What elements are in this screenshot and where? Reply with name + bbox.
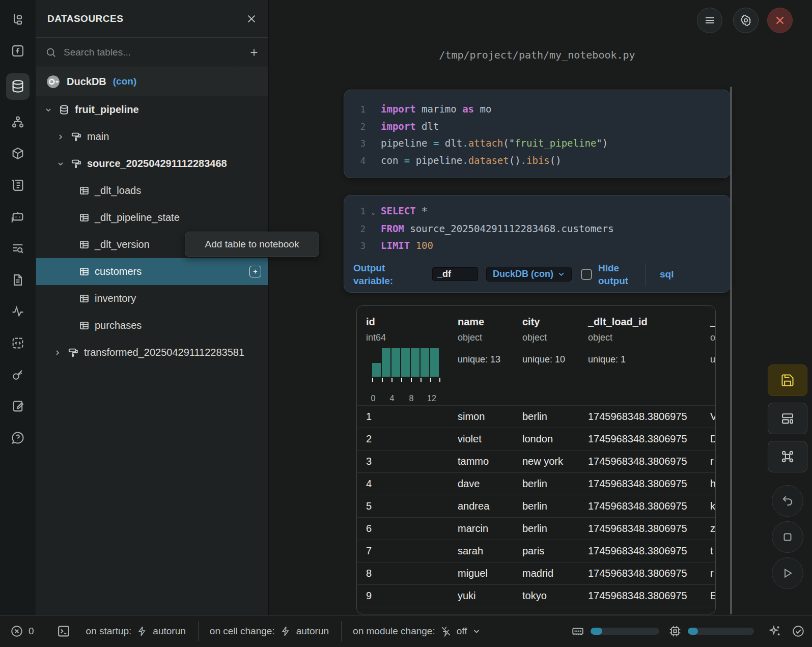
tree-item-table-customers[interactable]: customers	[36, 258, 268, 285]
shutdown-button[interactable]	[767, 8, 793, 33]
notebook-scrollbar[interactable]	[730, 87, 732, 614]
on-cell-change-setting[interactable]: on cell change: autorun	[210, 626, 329, 637]
engine-select[interactable]: DuckDB (con)	[486, 267, 572, 282]
close-panel-icon[interactable]	[246, 13, 257, 24]
list-search-icon[interactable]	[6, 239, 30, 258]
code-line[interactable]: import marimo as mo	[381, 101, 491, 118]
code-line[interactable]: FROM source_202504291112283468.customers	[381, 220, 614, 237]
chevron-down-icon	[472, 627, 481, 635]
settings-button[interactable]	[733, 8, 759, 33]
terminal-button[interactable]	[57, 624, 71, 638]
line-number: 2	[352, 119, 366, 135]
tree-item-label: customers	[95, 266, 142, 277]
schema-icon	[71, 131, 82, 143]
chat-bot-icon[interactable]	[6, 208, 30, 226]
code-cell-imports[interactable]: 1import marimo as mo 2import dlt 3pipeli…	[344, 90, 731, 178]
help-icon[interactable]	[6, 429, 30, 447]
on-startup-label: on startup:	[86, 626, 132, 637]
tree-item-schema-main[interactable]: main	[36, 123, 268, 150]
table-row[interactable]	[357, 607, 715, 614]
divider	[341, 621, 342, 641]
connection-row[interactable]: DuckDB (con)	[36, 67, 268, 96]
code-line[interactable]: import dlt	[381, 118, 439, 135]
table-row[interactable]: 6marcinberlin1745968348.3806975z	[357, 517, 715, 540]
lightning-icon	[136, 626, 148, 637]
memory-usage-bar	[591, 628, 659, 635]
dependencies-icon[interactable]	[6, 113, 30, 131]
menu-button[interactable]	[697, 8, 722, 33]
search-icon	[45, 47, 57, 58]
on-startup-value: autorun	[153, 626, 185, 637]
chevron-right-icon	[57, 133, 66, 141]
tree-item-label: purchases	[95, 320, 142, 331]
table-icon	[79, 320, 90, 331]
table-icon	[79, 212, 90, 223]
schema-icon	[71, 158, 82, 170]
function-icon[interactable]	[6, 42, 30, 60]
column-header-city[interactable]: city object unique: 10	[513, 316, 579, 405]
schema-icon	[68, 347, 79, 358]
layout-icon	[780, 411, 795, 426]
output-variable-input[interactable]	[432, 267, 478, 281]
tree-item-database[interactable]: fruit_pipeline	[36, 96, 268, 123]
tree-item-table-dlt-loads[interactable]: _dlt_loads	[36, 177, 268, 204]
column-header-name[interactable]: name object unique: 13	[449, 316, 513, 405]
add-datasource-button[interactable]	[239, 38, 268, 67]
tree-item-table-purchases[interactable]: purchases	[36, 312, 268, 339]
save-button[interactable]	[768, 364, 807, 396]
ai-sparkles-icon[interactable]	[768, 625, 781, 638]
column-header-dlt-load-id[interactable]: _dlt_load_id object unique: 1	[579, 316, 701, 405]
search-row	[36, 38, 268, 67]
column-header-dlt-id[interactable]: _dlt_id object unique: 13	[701, 316, 715, 405]
code-line[interactable]: pipeline = dlt.attach("fruit_pipeline")	[381, 135, 608, 152]
hide-output-checkbox[interactable]	[581, 269, 592, 280]
tree-item-schema-source[interactable]: source_202504291112283468	[36, 150, 268, 177]
fold-chevron-icon[interactable]: ⌄	[366, 204, 381, 220]
tree-item-table-inventory[interactable]: inventory	[36, 285, 268, 312]
table-row[interactable]: 5andreaberlin1745968348.3806975k	[357, 495, 715, 517]
column-header-id[interactable]: id int64 0	[357, 316, 449, 405]
datasources-icon[interactable]	[6, 73, 30, 100]
search-box[interactable]	[36, 38, 239, 67]
documentation-icon[interactable]	[6, 271, 30, 289]
code-line[interactable]: SELECT *	[381, 203, 428, 219]
secrets-key-icon[interactable]	[6, 365, 30, 384]
code-line[interactable]: con = pipeline.dataset().ibis()	[381, 152, 562, 169]
scratchpad-icon[interactable]	[6, 397, 30, 415]
table-row[interactable]: 4daveberlin1745968348.3806975h	[357, 472, 715, 495]
snippets-icon[interactable]	[6, 334, 30, 352]
command-palette-button[interactable]	[768, 441, 807, 472]
scroll-logs-icon[interactable]	[6, 176, 30, 194]
table-row[interactable]: 7sarahparis1745968348.3806975t	[357, 540, 715, 562]
stop-button[interactable]	[772, 521, 803, 553]
table-row[interactable]: 9yukitokyo1745968348.3806975E	[357, 584, 715, 607]
run-button[interactable]	[772, 557, 803, 589]
database-icon	[59, 104, 70, 116]
table-row[interactable]: 8miguelmadrid1745968348.3806975r	[357, 562, 715, 584]
undo-icon	[781, 494, 794, 508]
tree-item-label: main	[87, 131, 109, 143]
tree-item-schema-transformed[interactable]: transformed_202504291112283581	[36, 339, 268, 366]
command-icon	[780, 449, 795, 464]
sql-cell[interactable]: 1⌄SELECT * 2FROM source_2025042911122834…	[344, 195, 731, 293]
connection-status-icon[interactable]	[792, 625, 805, 638]
packages-icon[interactable]	[6, 145, 30, 163]
line-number: 1	[352, 101, 366, 118]
search-input[interactable]	[64, 47, 230, 58]
activity-tracer-icon[interactable]	[6, 302, 30, 321]
tree-item-label: _dlt_version	[95, 239, 150, 250]
file-tree-icon[interactable]	[6, 10, 30, 29]
layout-toggle-button[interactable]	[768, 403, 807, 434]
tree-item-label: transformed_202504291112283581	[84, 347, 244, 358]
error-indicator[interactable]: 0	[10, 625, 34, 638]
undo-button[interactable]	[772, 485, 803, 517]
table-row[interactable]: 1simonberlin1745968348.3806975V	[357, 405, 715, 428]
code-line[interactable]: LIMIT 100	[381, 237, 433, 254]
on-startup-setting[interactable]: on startup: autorun	[86, 626, 186, 637]
add-table-to-notebook-button[interactable]	[249, 266, 261, 277]
on-module-change-setting[interactable]: on module change: off	[353, 626, 480, 637]
table-row[interactable]: 2violetlondon1745968348.3806975D	[357, 428, 715, 450]
table-row[interactable]: 3tammonew york1745968348.3806975r	[357, 450, 715, 472]
tree-item-table-dlt-pipeline-state[interactable]: _dlt_pipeline_state	[36, 204, 268, 231]
activity-bar	[0, 0, 36, 615]
